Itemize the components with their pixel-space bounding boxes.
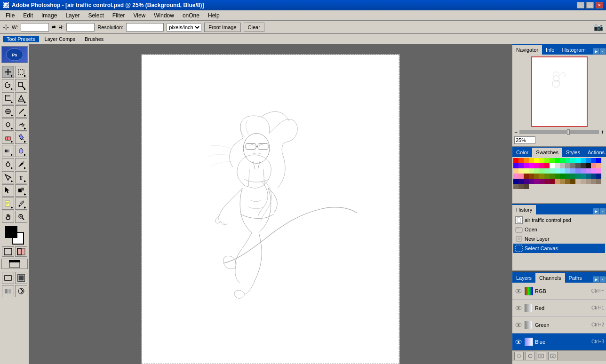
color-swatch[interactable] bbox=[539, 158, 544, 163]
lasso-tool[interactable]: ▶ bbox=[2, 79, 14, 91]
foreground-color[interactable] bbox=[5, 226, 17, 238]
menu-onone[interactable]: onOne bbox=[179, 11, 203, 20]
nav-zoom-minus[interactable]: − bbox=[514, 129, 518, 135]
menu-file[interactable]: File bbox=[2, 11, 18, 20]
magic-wand-tool[interactable]: ▶ bbox=[15, 79, 27, 91]
menu-filter[interactable]: Filter bbox=[109, 11, 129, 20]
color-swatch[interactable] bbox=[596, 158, 601, 163]
title-bar-controls[interactable]: _ □ × bbox=[577, 2, 603, 8]
color-swatch[interactable] bbox=[570, 168, 575, 174]
color-swatch[interactable] bbox=[591, 163, 596, 168]
tab-paths[interactable]: Paths bbox=[565, 273, 586, 283]
quick-mask-button[interactable] bbox=[15, 246, 27, 257]
brush-tool[interactable]: ▶ bbox=[15, 105, 27, 118]
tab-swatches[interactable]: Swatches bbox=[532, 148, 562, 157]
fg-bg-colors[interactable] bbox=[5, 226, 24, 245]
color-swatch[interactable] bbox=[565, 163, 570, 168]
color-swatch[interactable] bbox=[534, 168, 539, 174]
tab-layer-comps[interactable]: Layer Comps bbox=[41, 36, 79, 42]
color-swatch[interactable] bbox=[524, 184, 529, 189]
color-swatch[interactable] bbox=[596, 179, 601, 184]
color-swatch[interactable] bbox=[513, 184, 518, 189]
color-swatch[interactable] bbox=[518, 158, 524, 163]
standard-screen-button[interactable] bbox=[2, 272, 14, 284]
color-swatch[interactable] bbox=[586, 174, 591, 179]
dodge-tool[interactable]: ▶ bbox=[2, 158, 14, 170]
new-channel-button[interactable] bbox=[537, 352, 546, 360]
color-swatch[interactable] bbox=[586, 179, 591, 184]
channel-green[interactable]: Green Ctrl+2 bbox=[512, 317, 606, 333]
color-swatch[interactable] bbox=[513, 179, 518, 184]
color-swatch[interactable] bbox=[591, 158, 596, 163]
direct-select-tool[interactable] bbox=[2, 184, 14, 197]
color-swatch[interactable] bbox=[513, 168, 518, 174]
color-swatch[interactable] bbox=[570, 158, 575, 163]
save-selection-button[interactable] bbox=[526, 352, 535, 360]
color-swatch[interactable] bbox=[529, 174, 534, 179]
color-swatch[interactable] bbox=[550, 158, 555, 163]
color-swatch[interactable] bbox=[586, 158, 591, 163]
color-swatch[interactable] bbox=[524, 174, 529, 179]
color-swatch[interactable] bbox=[565, 174, 570, 179]
color-swatch[interactable] bbox=[575, 158, 581, 163]
channel-blue[interactable]: Blue Ctrl+3 bbox=[512, 333, 606, 350]
color-swatch[interactable] bbox=[596, 168, 601, 174]
menu-select[interactable]: Select bbox=[84, 11, 107, 20]
color-swatch[interactable] bbox=[529, 168, 534, 174]
tab-navigator[interactable]: Navigator bbox=[512, 45, 542, 55]
color-swatch[interactable] bbox=[555, 168, 560, 174]
color-swatch[interactable] bbox=[581, 163, 586, 168]
notes-tool[interactable]: ▶ bbox=[2, 198, 14, 210]
color-swatch[interactable] bbox=[539, 163, 544, 168]
history-item-open[interactable]: Open bbox=[513, 225, 605, 234]
color-swatch[interactable] bbox=[524, 158, 529, 163]
layers-menu-button[interactable]: ▶ bbox=[593, 276, 599, 283]
color-swatch[interactable] bbox=[565, 168, 570, 174]
tab-brushes[interactable]: Brushes bbox=[81, 36, 107, 42]
tab-histogram[interactable]: Histogram bbox=[558, 45, 589, 55]
color-swatch[interactable] bbox=[586, 168, 591, 174]
color-swatch[interactable] bbox=[555, 163, 560, 168]
delete-channel-button[interactable] bbox=[548, 352, 558, 360]
load-channel-button[interactable] bbox=[514, 352, 524, 360]
imageready-button[interactable] bbox=[2, 285, 14, 297]
layers-close-button[interactable]: × bbox=[599, 276, 606, 283]
color-swatch[interactable] bbox=[560, 174, 565, 179]
color-swatch[interactable] bbox=[575, 168, 581, 174]
history-brush-tool[interactable]: ▶ bbox=[15, 119, 27, 131]
channel-red[interactable]: Red Ctrl+1 bbox=[512, 300, 606, 317]
color-swatch[interactable] bbox=[524, 179, 529, 184]
color-swatch[interactable] bbox=[591, 179, 596, 184]
color-swatch[interactable] bbox=[550, 168, 555, 174]
clone-tool[interactable]: ▶ bbox=[2, 119, 14, 131]
menu-layer[interactable]: Layer bbox=[62, 11, 83, 20]
tab-layers[interactable]: Layers bbox=[512, 273, 535, 283]
tab-color[interactable]: Color bbox=[512, 148, 532, 157]
tab-actions[interactable]: Actions bbox=[584, 148, 606, 157]
color-swatch[interactable] bbox=[529, 158, 534, 163]
color-swatch[interactable] bbox=[560, 168, 565, 174]
canvas-area[interactable]: 07 25% 📄 Doc: 20.9M/20.9M ▶ bbox=[29, 44, 512, 364]
fill-tool[interactable]: ▶ bbox=[15, 132, 27, 144]
tab-tool-presets[interactable]: Tool Presets bbox=[3, 36, 39, 42]
history-item-select-canvas[interactable]: Select Canvas bbox=[513, 244, 605, 253]
color-swatch[interactable] bbox=[591, 168, 596, 174]
hand-tool[interactable] bbox=[2, 211, 14, 223]
color-swatch[interactable] bbox=[555, 158, 560, 163]
color-swatch[interactable] bbox=[539, 174, 544, 179]
color-swatch[interactable] bbox=[591, 174, 596, 179]
zoom-input[interactable] bbox=[514, 136, 535, 144]
navigator-close-button[interactable]: × bbox=[599, 48, 606, 55]
jump-to-button[interactable] bbox=[15, 285, 27, 297]
close-button[interactable]: × bbox=[596, 2, 603, 8]
history-close-button[interactable]: × bbox=[599, 208, 606, 214]
color-swatch[interactable] bbox=[539, 179, 544, 184]
color-swatch[interactable] bbox=[518, 168, 524, 174]
nav-zoom-plus[interactable]: + bbox=[601, 129, 604, 135]
color-swatch[interactable] bbox=[518, 184, 524, 189]
red-visibility[interactable] bbox=[514, 304, 523, 312]
color-swatch[interactable] bbox=[518, 179, 524, 184]
menu-view[interactable]: View bbox=[129, 11, 149, 20]
tab-channels[interactable]: Channels bbox=[535, 273, 565, 283]
eyedropper-tool[interactable]: ▶ bbox=[15, 198, 27, 210]
